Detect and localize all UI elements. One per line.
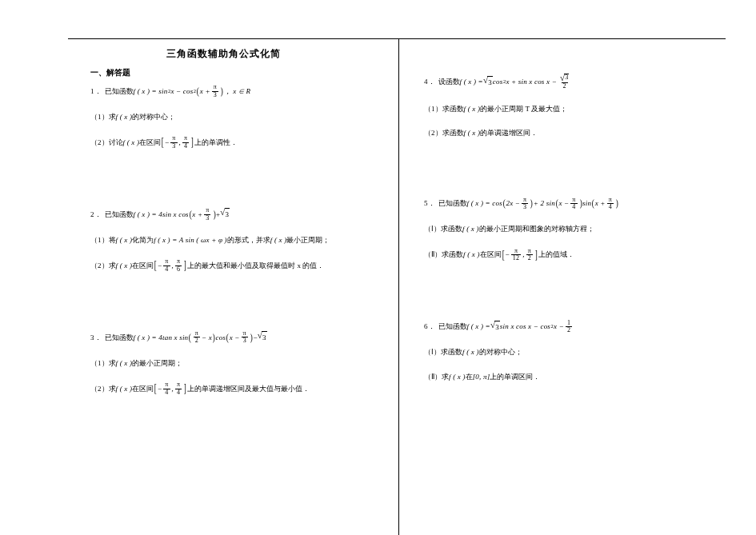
q2-sub1: （1）将 f ( x ) 化简为 f ( x ) = A sin ( ωx + … [90, 234, 387, 246]
q3-expr: f ( x ) = 4tan x sin ( π2 − x ) cos ( x … [134, 330, 267, 345]
q6-stem: 6． 已知函数 f ( x ) = √3 sin x cos x − cos2 … [424, 320, 715, 334]
problem-6: 6． 已知函数 f ( x ) = √3 sin x cos x − cos2 … [424, 320, 715, 383]
q1-stem: 1． 已知函数 f ( x ) = sin2 x − cos2 ( x + π3… [90, 84, 387, 98]
q5-interval: [ − π12 , π2 ] [502, 248, 538, 262]
q1-sub2: （2）讨论 f ( x ) 在区间 [ − π3 , π4 ] 上的单调性． [90, 135, 387, 150]
q4-expr: f ( x ) = √3 cos2 x + sin x cos x − √3 2 [460, 74, 573, 90]
problem-2: 2． 已知函数 f ( x ) = 4sin x cos ( x + π3 ) … [90, 207, 387, 273]
q4-sub1: （1）求函数 f ( x ) 的最小正周期 T 及最大值； [424, 103, 715, 114]
top-rule [68, 38, 726, 39]
problem-1: 1． 已知函数 f ( x ) = sin2 x − cos2 ( x + π3… [90, 84, 387, 150]
section-heading: 一、解答题 [90, 66, 387, 79]
q1-lead: 已知函数 [105, 86, 134, 97]
q2-sub2: （2）求 f ( x ) 在区间 [ − π4 , π6 ] 上的最大值和最小值… [90, 258, 387, 273]
problem-3: 3． 已知函数 f ( x ) = 4tan x sin ( π2 − x ) … [90, 330, 387, 396]
q6-sub2: （Ⅱ）求 f ( x ) 在 [0, π] 上的单调区间． [424, 371, 715, 382]
worksheet-page: 三角函数辅助角公式化简 一、解答题 1． 已知函数 f ( x ) = sin2… [0, 0, 756, 535]
q1-expr: f ( x ) = sin2 x − cos2 ( x + π3 ) ， x ∈… [134, 84, 251, 98]
q3-sub1: （1）求 f ( x ) 的最小正周期； [90, 357, 387, 369]
q1-number: 1． [90, 86, 102, 97]
q5-sub2: （Ⅱ）求函数 f ( x ) 在区间 [ − π12 , π2 ] 上的值域． [424, 248, 715, 262]
q5-sub1: （Ⅰ）求函数 f ( x ) 的最小正周期和图象的对称轴方程； [424, 223, 715, 234]
q2-stem: 2． 已知函数 f ( x ) = 4sin x cos ( x + π3 ) … [90, 207, 387, 222]
q4-sub2: （2）求函数 f ( x ) 的单调递增区间． [424, 127, 715, 138]
right-column: 4． 设函数 f ( x ) = √3 cos2 x + sin x cos x… [398, 46, 726, 527]
page-title: 三角函数辅助角公式化简 [166, 46, 387, 62]
q5-expr: f ( x ) = cos ( 2x − π3 ) + 2 sin ( x − … [467, 197, 619, 211]
problem-4: 4． 设函数 f ( x ) = √3 cos2 x + sin x cos x… [424, 74, 715, 139]
q5-stem: 5． 已知函数 f ( x ) = cos ( 2x − π3 ) + 2 si… [424, 197, 715, 211]
q6-sub1: （Ⅰ）求函数 f ( x ) 的对称中心； [424, 346, 715, 357]
q2-interval: [ − π4 , π6 ] [154, 258, 187, 273]
q3-sub2: （2）求 f ( x ) 在区间 [ − π4 , π4 ] 上的单调递增区间及… [90, 381, 387, 396]
q1-sub1: （1）求 f ( x ) 的对称中心； [90, 111, 387, 122]
left-column: 三角函数辅助角公式化简 一、解答题 1． 已知函数 f ( x ) = sin2… [68, 46, 398, 527]
q1-interval: [ − π3 , π4 ] [161, 135, 194, 150]
q3-interval: [ − π4 , π4 ] [154, 381, 187, 396]
q6-expr: f ( x ) = √3 sin x cos x − cos2 x − 12 [467, 320, 574, 334]
q4-stem: 4． 设函数 f ( x ) = √3 cos2 x + sin x cos x… [424, 74, 715, 90]
q2-expr: f ( x ) = 4sin x cos ( x + π3 ) + √3 [134, 207, 230, 222]
q3-stem: 3． 已知函数 f ( x ) = 4tan x sin ( π2 − x ) … [90, 330, 387, 345]
problem-5: 5． 已知函数 f ( x ) = cos ( 2x − π3 ) + 2 si… [424, 197, 715, 262]
